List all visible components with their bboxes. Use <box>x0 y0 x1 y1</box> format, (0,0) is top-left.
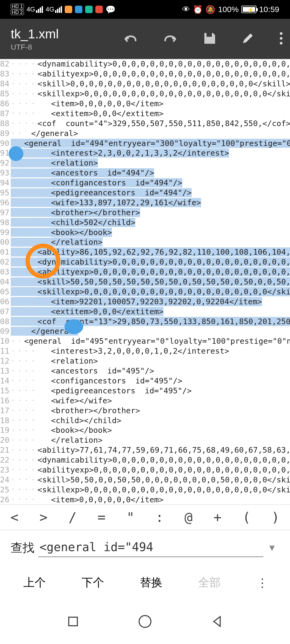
code-line[interactable]: 20····</relation> <box>0 435 290 445</box>
code-line[interactable]: 06····<item>92201,100057,92203,92202,0,9… <box>0 297 290 306</box>
code-text[interactable]: <configancestors id="495"/> <box>51 376 182 385</box>
code-text[interactable]: </general> <box>31 129 78 138</box>
code-text[interactable]: <ancestors id="495"/> <box>51 366 154 375</box>
code-line[interactable]: 94····<configancestors id="494"/> <box>0 178 290 188</box>
code-text[interactable]: <child>502</child> <box>51 218 135 227</box>
code-text[interactable]: <skillexp>0,0,0,0,0,0,0,0,0,0,0,0,0,0,0,… <box>37 485 290 494</box>
code-line[interactable]: 88····<cof count="4">329,550,507,550,511… <box>0 118 290 128</box>
code-line[interactable]: 11····<interest>3,2,0,0,0,0,1,0,2</inter… <box>0 346 290 356</box>
code-text[interactable]: </general> <box>31 327 78 336</box>
undo-button[interactable] <box>122 32 138 45</box>
sym-gt[interactable]: > <box>39 510 48 525</box>
code-line[interactable]: 00····</relation> <box>0 237 290 247</box>
code-line[interactable]: 22····<dynamicability>0,0,0,0,0,0,0,0,0,… <box>0 455 290 465</box>
code-line[interactable]: 05····<skillexp>0,0,0,0,0,0,0,0,0,0,0,0,… <box>0 287 290 297</box>
code-line[interactable]: 02····<dynamicability>0,0,0,0,0,0,0,0,0,… <box>0 257 290 267</box>
recent-apps-button[interactable] <box>67 615 79 629</box>
code-text[interactable]: </relation> <box>51 436 103 445</box>
code-line[interactable]: 19····<book></book> <box>0 425 290 435</box>
sym-plus[interactable]: + <box>213 510 222 525</box>
code-text[interactable]: <book></book> <box>51 426 112 435</box>
code-line[interactable]: 26····<item>0,0,0,0,0,0</item> <box>0 495 290 504</box>
replace-all-button[interactable]: 全部 <box>198 575 221 590</box>
code-text[interactable]: <ancestors id="494"/> <box>51 168 154 177</box>
overflow-menu-button[interactable] <box>279 31 283 46</box>
code-line[interactable]: 18····<child></child> <box>0 415 290 425</box>
sym-at[interactable]: @ <box>184 510 193 525</box>
code-text[interactable]: <skillexp>0,0,0,0,0,0,0,0,0,0,0,0,0,0,0,… <box>37 89 290 98</box>
code-line[interactable]: 84····<skill>0,0,0,0,0,0,0,0,0,0,0,0,0,0… <box>0 79 290 89</box>
code-text[interactable]: <brother></brother> <box>51 406 140 415</box>
code-text[interactable]: <dynamicability>0,0,0,0,0,0,0,0,0,0,0,0,… <box>37 59 290 68</box>
code-line[interactable]: 04····<skill>50,50,50,50,50,50,50,50,0,5… <box>0 277 290 287</box>
sym-lt[interactable]: < <box>10 510 19 525</box>
sym-eq[interactable]: = <box>97 510 106 525</box>
code-text[interactable]: <wife>133,897,1072,29,161</wife> <box>51 198 201 207</box>
code-line[interactable]: 08····<cof count="13">29,850,73,550,133,… <box>0 316 290 326</box>
find-prev-button[interactable]: 上个 <box>23 575 46 590</box>
code-line[interactable]: 96····<wife>133,897,1072,29,161</wife> <box>0 197 290 207</box>
code-line[interactable]: 82····<dynamicability>0,0,0,0,0,0,0,0,0,… <box>0 59 290 69</box>
code-line[interactable]: 13····<ancestors id="495"/> <box>0 366 290 376</box>
code-text[interactable]: <dynamicability>0,0,0,0,0,0,0,0,0,0,0,0,… <box>37 455 290 464</box>
code-text[interactable]: <extitem>0,0,0</extitem> <box>51 307 164 316</box>
find-next-button[interactable]: 下个 <box>82 575 104 590</box>
code-line[interactable]: 83····<abilityexp>0,0,0,0,0,0,0,0,0,0,0,… <box>0 69 290 79</box>
code-line[interactable]: 21····<ability>77,61,74,77,59,69,71,66,7… <box>0 445 290 455</box>
code-text[interactable]: <relation> <box>51 158 98 167</box>
sym-colon[interactable]: : <box>155 510 164 525</box>
code-line[interactable]: 01····<ability>86,105,92,62,92,76,92,82,… <box>0 247 290 257</box>
code-line[interactable]: 85····<skillexp>0,0,0,0,0,0,0,0,0,0,0,0,… <box>0 89 290 99</box>
code-line[interactable]: 92····<relation> <box>0 158 290 168</box>
code-text[interactable]: <pedigreeancestors id="495"/> <box>51 386 192 395</box>
code-line[interactable]: 91····<interest>2,3,0,0,2,1,3,3,2</inter… <box>0 148 290 158</box>
sym-lparen[interactable]: ( <box>242 510 251 525</box>
find-input[interactable]: <general id="494 <box>38 539 263 557</box>
code-line[interactable]: 93····<ancestors id="494"/> <box>0 168 290 178</box>
code-text[interactable]: <item>0,0,0,0,0,0</item> <box>51 99 164 108</box>
code-text[interactable]: <extitem>0,0,0</extitem> <box>51 109 164 118</box>
code-text[interactable]: </relation> <box>51 237 103 247</box>
code-line[interactable]: 07····<extitem>0,0,0</extitem> <box>0 306 290 316</box>
code-text[interactable]: <cof count="4">329,550,507,550,511,850,8… <box>37 119 290 128</box>
code-text[interactable]: <book></book> <box>51 228 112 237</box>
save-button[interactable] <box>203 31 217 46</box>
home-button[interactable] <box>138 614 152 630</box>
code-text[interactable]: <skill>50,50,50,50,50,50,50,50,0,50,50,5… <box>37 277 290 286</box>
code-line[interactable]: 98····<child>502</child> <box>0 217 290 227</box>
code-text[interactable]: <item>0,0,0,0,0,0</item> <box>51 495 164 504</box>
code-line[interactable]: 25····<skillexp>0,0,0,0,0,0,0,0,0,0,0,0,… <box>0 485 290 495</box>
code-line[interactable]: 86····<item>0,0,0,0,0,0</item> <box>0 99 290 109</box>
code-text[interactable]: <skill>0,0,0,0,0,0,0,0,0,0,0,0,0,0,0,0,0… <box>37 79 290 88</box>
code-line[interactable]: 24····<skill>50,50,0,0,50,50,0,0,0,0,0,0… <box>0 475 290 485</box>
code-line[interactable]: 90··<general id="494"entryyear="300"loya… <box>0 138 290 148</box>
code-line[interactable]: 16····<wife></wife> <box>0 396 290 405</box>
code-line[interactable]: 12····<relation> <box>0 356 290 366</box>
code-text[interactable]: <skill>50,50,0,0,50,50,0,0,0,0,0,0,0,0,5… <box>37 475 290 484</box>
code-line[interactable]: 95····<pedigreeancestors id="494"/> <box>0 188 290 198</box>
replace-button[interactable]: 替换 <box>140 575 162 590</box>
code-line[interactable]: 23····<abilityexp>0,0,0,0,0,0,0,0,0,0,0,… <box>0 465 290 475</box>
find-dropdown-icon[interactable]: ▼ <box>267 543 277 553</box>
find-overflow-button[interactable]: ⋮ <box>256 576 267 590</box>
code-line[interactable]: 17····<brother></brother> <box>0 405 290 415</box>
code-text[interactable]: <interest>2,3,0,0,2,1,3,3,2</interest> <box>51 148 229 158</box>
code-line[interactable]: 09··</general> <box>0 326 290 336</box>
code-line[interactable]: 03····<abilityexp>0,0,0,0,0,0,0,0,0,0,0,… <box>0 267 290 277</box>
code-text[interactable]: <ability>77,61,74,77,59,69,71,66,75,68,4… <box>37 445 290 455</box>
code-text[interactable]: <ability>86,105,92,62,92,76,92,82,110,10… <box>37 247 290 257</box>
code-text[interactable]: <abilityexp>0,0,0,0,0,0,0,0,0,0,0,0,0,0,… <box>37 267 290 276</box>
code-editor[interactable]: 82····<dynamicability>0,0,0,0,0,0,0,0,0,… <box>0 59 290 504</box>
code-text[interactable]: <dynamicability>0,0,0,0,0,0,0,0,0,0,0,0,… <box>37 257 290 266</box>
edit-button[interactable] <box>241 31 255 46</box>
code-line[interactable]: 14····<configancestors id="495"/> <box>0 376 290 386</box>
code-line[interactable]: 15····<pedigreeancestors id="495"/> <box>0 386 290 396</box>
code-line[interactable]: 10··<general id="495"entryyear="0"loyalt… <box>0 336 290 346</box>
redo-button[interactable] <box>162 32 179 45</box>
code-text[interactable]: <abilityexp>0,0,0,0,0,0,0,0,0,0,0,0,0,0,… <box>37 465 290 474</box>
code-line[interactable]: 89··</general> <box>0 128 290 138</box>
sym-slash[interactable]: / <box>68 510 77 525</box>
code-text[interactable]: <interest>3,2,0,0,0,0,1,0,2</interest> <box>51 346 229 356</box>
code-line[interactable]: 97····<brother></brother> <box>0 207 290 217</box>
code-text[interactable]: <general id="494"entryyear="300"loyalty=… <box>24 139 290 148</box>
